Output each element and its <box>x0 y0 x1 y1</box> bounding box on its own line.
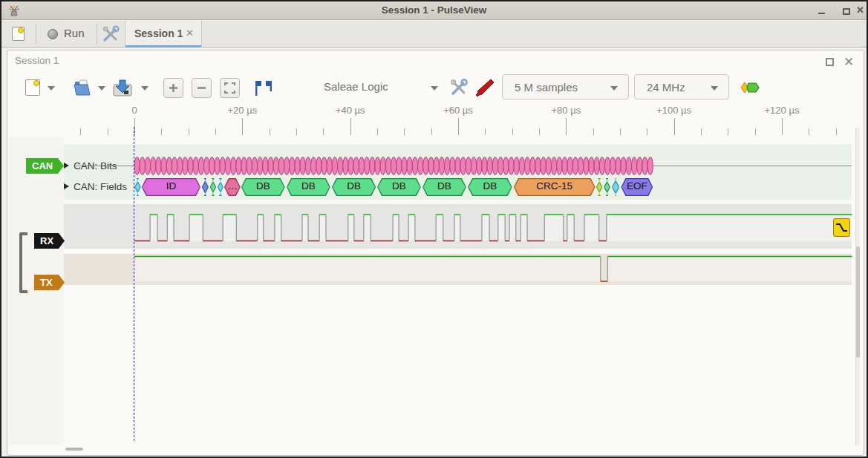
run-icon <box>48 29 58 39</box>
maximize-icon[interactable] <box>843 8 850 15</box>
decode-field-label: DB <box>241 180 285 192</box>
toolbar-separator <box>97 24 97 44</box>
ruler-tick-label: +40 µs <box>336 105 365 116</box>
settings-wrench-icon[interactable] <box>101 24 120 44</box>
decode-field-label: DB <box>377 180 421 192</box>
zoom-fit-button[interactable] <box>220 78 240 98</box>
tab-session-1[interactable]: Session 1 ✕ <box>125 21 202 48</box>
ruler-minor-tick <box>377 128 378 135</box>
trace-label-gutter <box>8 137 64 445</box>
restore-icon[interactable] <box>826 58 834 66</box>
ruler-tick-label: +60 µs <box>443 105 473 116</box>
open-dropdown-icon[interactable] <box>98 86 105 91</box>
window-title: Session 1 - PulseView <box>1 4 867 16</box>
channel-group-bracket[interactable] <box>19 232 27 293</box>
sample-rate-select[interactable]: 24 MHz <box>634 74 729 99</box>
session-subwindow-title: Session 1 <box>15 55 59 66</box>
decode-field: DB <box>287 178 330 196</box>
ruler-major-tick <box>782 118 783 135</box>
expander-bits-icon[interactable] <box>64 163 69 169</box>
sample-count-dropdown-icon <box>610 86 618 91</box>
tab-close-icon[interactable]: ✕ <box>186 27 194 39</box>
ruler-minor-tick <box>80 128 81 135</box>
zoom-out-button[interactable] <box>192 78 212 98</box>
ruler-major-tick <box>350 118 351 135</box>
ruler-minor-tick <box>296 128 297 135</box>
configure-device-icon[interactable] <box>448 77 469 98</box>
ruler-major-tick <box>566 118 567 135</box>
channel-tag-tx[interactable]: TX <box>34 275 65 290</box>
decode-field: CRC-15 <box>514 178 595 196</box>
decode-field-label: ID <box>142 180 200 192</box>
expander-fields-icon[interactable] <box>64 183 69 189</box>
ruler-minor-tick <box>108 128 108 135</box>
vertical-scrollbar-handle[interactable] <box>856 246 860 358</box>
decode-field: DB <box>422 178 466 196</box>
new-session-button[interactable] <box>10 25 28 43</box>
decoder-row-fields-label: CAN: Fields <box>74 181 127 192</box>
ruler-minor-tick <box>161 128 162 135</box>
new-view-dropdown-icon[interactable] <box>48 86 55 91</box>
device-dropdown-icon[interactable] <box>431 86 438 91</box>
plus-icon <box>164 79 183 97</box>
rx-trace-area[interactable] <box>64 204 852 249</box>
minimize-icon[interactable] <box>818 13 825 14</box>
trigger-marker-falling-icon[interactable] <box>833 218 850 237</box>
decode-field-label: DB <box>332 180 376 192</box>
decoder-tag-can[interactable]: CAN <box>26 158 64 174</box>
time-zero-cursor[interactable] <box>134 127 134 441</box>
toolbar-separator <box>36 24 36 44</box>
ruler-minor-tick <box>512 128 513 135</box>
ruler-minor-tick <box>404 128 405 135</box>
sample-rate-dropdown-icon <box>711 86 718 91</box>
decode-field: ID <box>142 178 200 196</box>
ruler-major-tick <box>134 118 135 135</box>
ruler-minor-tick <box>620 128 621 135</box>
decode-field: DB <box>332 178 376 196</box>
ruler-major-tick <box>674 118 675 135</box>
channel-tag-rx[interactable]: RX <box>34 233 65 249</box>
ruler-minor-tick <box>215 128 216 135</box>
decoder-row-bits-label: CAN: Bits <box>74 160 117 171</box>
new-file-icon <box>12 27 25 41</box>
title-bar[interactable]: Session 1 - PulseView ✕ <box>1 1 867 20</box>
ruler-tick-label: +120 µs <box>765 105 800 116</box>
save-dropdown-icon[interactable] <box>141 86 149 91</box>
new-view-button[interactable] <box>24 78 42 97</box>
channels-probe-icon[interactable] <box>474 77 495 98</box>
decode-field: EOF <box>621 178 653 196</box>
sample-count-select[interactable]: 5 M samples <box>502 74 629 99</box>
session-close-icon[interactable]: ✕ <box>843 54 854 70</box>
decode-field-label: DB <box>468 180 512 192</box>
ruler-tick-label: 0 <box>131 105 137 116</box>
tx-trace-area[interactable] <box>64 254 852 285</box>
ruler-minor-tick <box>323 128 324 135</box>
decode-field-label: DB <box>287 180 330 192</box>
sample-rate-value: 24 MHz <box>647 81 685 94</box>
ruler-minor-tick <box>809 128 809 135</box>
ruler-minor-tick <box>539 128 540 135</box>
decode-field: DB <box>241 178 285 196</box>
save-file-icon[interactable] <box>111 77 134 98</box>
ruler-tick-label: +80 µs <box>551 105 581 116</box>
ruler-minor-tick <box>728 128 728 135</box>
main-toolbar: Run Session 1 ✕ <box>1 21 867 48</box>
open-file-icon[interactable] <box>72 77 93 98</box>
run-button[interactable]: Run <box>64 27 85 39</box>
tab-active-indicator <box>125 45 201 48</box>
decode-field-label: EOF <box>621 180 653 192</box>
cursors-flags-icon[interactable] <box>252 78 273 99</box>
ruler-major-tick <box>458 118 459 135</box>
ruler-minor-tick <box>755 128 756 135</box>
decode-field-label: CRC-15 <box>514 180 595 192</box>
device-select[interactable]: Saleae Logic <box>324 80 388 93</box>
zoom-in-button[interactable] <box>163 78 183 98</box>
ruler-minor-tick <box>189 128 189 135</box>
zoom-fit-icon <box>221 79 239 97</box>
add-decoder-icon[interactable] <box>740 80 761 95</box>
close-icon[interactable]: ✕ <box>856 4 864 16</box>
ruler-minor-tick <box>647 128 647 135</box>
decode-field: DB <box>377 178 421 196</box>
ruler-minor-tick <box>593 128 594 135</box>
horizontal-scrollbar[interactable] <box>65 448 83 451</box>
